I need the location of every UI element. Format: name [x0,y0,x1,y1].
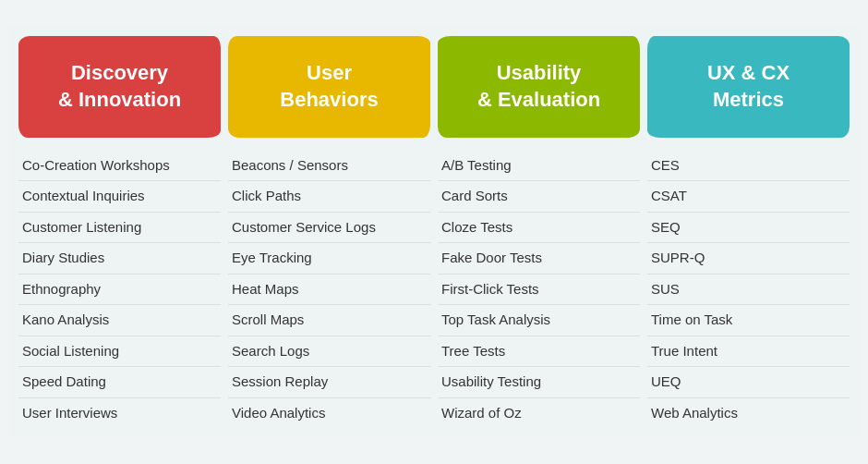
list-usability: A/B TestingCard SortsCloze TestsFake Doo… [438,151,640,429]
list-item: Cloze Tests [438,213,640,244]
header-behaviors: UserBehaviors [228,36,430,138]
list-item: Speed Dating [18,367,221,398]
column-discovery: Discovery& InnovationCo-Creation Worksho… [18,36,221,429]
list-item: Diary Studies [18,243,221,275]
list-item: Scroll Maps [228,305,430,336]
list-item: True Intent [647,336,850,368]
header-ux: UX & CXMetrics [647,36,850,138]
list-item: Usability Testing [438,367,640,398]
list-item: Heat Maps [228,275,430,306]
list-item: Customer Service Logs [228,213,430,244]
list-discovery: Co-Creation WorkshopsContextual Inquirie… [18,151,221,429]
list-item: Contextual Inquiries [18,181,221,213]
main-container: Discovery& InnovationCo-Creation Worksho… [9,27,859,438]
list-item: UEQ [647,367,850,398]
list-item: Session Replay [228,367,430,398]
list-item: CSAT [647,181,850,213]
header-usability: Usability& Evaluation [438,36,640,138]
list-item: Ethnography [18,275,221,306]
list-item: Web Analytics [647,398,850,429]
list-item: Top Task Analysis [438,305,640,336]
list-item: Eye Tracking [228,243,430,275]
list-item: First-Click Tests [438,275,640,306]
list-item: Social Listening [18,336,221,368]
column-usability: Usability& EvaluationA/B TestingCard Sor… [438,36,640,429]
list-item: Tree Tests [438,336,640,368]
list-item: SEQ [647,213,850,244]
list-item: Time on Task [647,305,850,336]
list-item: Wizard of Oz [438,398,640,429]
list-item: SUPR-Q [647,243,850,275]
list-ux: CESCSATSEQSUPR-QSUSTime on TaskTrue Inte… [647,151,850,429]
list-item: User Interviews [18,398,221,429]
list-item: Co-Creation Workshops [18,151,221,182]
list-item: Fake Door Tests [438,243,640,275]
list-item: Video Analytics [228,398,430,429]
list-item: CES [647,151,850,182]
list-item: SUS [647,275,850,306]
list-item: Card Sorts [438,181,640,213]
list-item: Customer Listening [18,213,221,244]
column-behaviors: UserBehaviorsBeacons / SensorsClick Path… [228,36,430,429]
list-item: Beacons / Sensors [228,151,430,182]
header-discovery: Discovery& Innovation [18,36,221,138]
list-item: Kano Analysis [18,305,221,336]
column-ux: UX & CXMetricsCESCSATSEQSUPR-QSUSTime on… [647,36,850,429]
list-item: Click Paths [228,181,430,213]
list-item: A/B Testing [438,151,640,182]
list-item: Search Logs [228,336,430,368]
list-behaviors: Beacons / SensorsClick PathsCustomer Ser… [228,151,430,429]
